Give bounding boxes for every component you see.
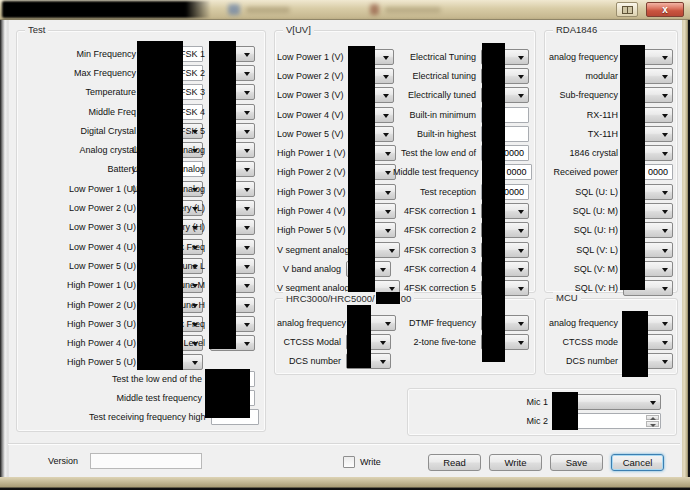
group-mcu: MCU analog frequency CTCSS mode DCS numb… <box>544 298 678 375</box>
field-row: Electrical Tuning <box>393 47 529 66</box>
chevron-down-icon <box>383 94 389 98</box>
chevron-down-icon <box>244 342 250 346</box>
redaction-box <box>347 305 371 368</box>
chevron-down-icon <box>244 246 250 250</box>
chevron-down-icon <box>662 210 668 214</box>
chevron-down-icon <box>244 72 250 76</box>
chevron-down-icon <box>244 149 250 153</box>
field-row: 2-tone five-tone <box>393 332 529 351</box>
field-row: 4FSK correction 3 <box>393 240 529 259</box>
field-row: Middle test frequency 0000 <box>393 163 529 182</box>
chevron-down-icon <box>650 401 656 405</box>
field-label: 4FSK correction 3 <box>393 245 481 255</box>
field-label: Received power <box>547 167 623 177</box>
chevron-down-icon <box>383 133 389 137</box>
field-row: SQL (V: M) <box>547 259 673 278</box>
field-label: 4FSK correction 2 <box>393 225 481 235</box>
write-checkbox[interactable] <box>343 456 355 468</box>
field-row: Electrical tuning <box>393 66 529 85</box>
field-row: Sub-frequency <box>547 86 673 105</box>
chevron-down-icon <box>662 268 668 272</box>
field-label: Electrical tuning <box>393 71 481 81</box>
field-label: DCS number <box>277 356 346 366</box>
field-label: Low Power 4 (V) <box>277 110 349 120</box>
version-input[interactable] <box>90 453 202 469</box>
chevron-down-icon <box>518 94 524 98</box>
chevron-down-icon <box>244 130 250 134</box>
field-row: analog frequency <box>277 313 391 332</box>
field-label: V band analog <box>277 264 346 274</box>
chevron-down-icon <box>662 191 668 195</box>
chevron-down-icon <box>385 229 391 233</box>
group-vuv-title: V[UV] <box>283 24 314 36</box>
field-label: RX-11H <box>547 110 623 120</box>
dialog-button[interactable]: Save <box>550 454 603 471</box>
group-rda1846-title: RDA1846 <box>553 24 600 36</box>
dialog-button[interactable]: Read <box>428 454 481 471</box>
redaction-box <box>205 369 250 418</box>
group-hrc-title-left: HRC3000/HRC5000/ <box>286 293 375 304</box>
chevron-down-icon <box>385 152 391 156</box>
field-label: SQL (U: M) <box>547 206 623 216</box>
dialog-buttons: Read Write Save Cancel <box>428 454 664 471</box>
field-row: SQL (V: L) <box>547 240 673 259</box>
field-row: DCS number <box>277 352 391 371</box>
redaction-box <box>209 41 236 349</box>
chevron-down-icon <box>244 207 250 211</box>
dialog-button[interactable]: Write <box>489 454 542 471</box>
chevron-down-icon <box>662 360 668 364</box>
field-label: 2-tone five-tone <box>393 337 481 347</box>
chevron-down-icon <box>244 265 250 269</box>
chevron-down-icon <box>244 226 250 230</box>
field-label: analog frequency <box>277 318 351 328</box>
field-row: Built-in highest <box>393 124 529 143</box>
spinner-buttons[interactable] <box>646 415 659 427</box>
field-label: High Power 5 (U) <box>21 357 141 367</box>
chevron-down-icon <box>244 323 250 327</box>
field-label: Mic 2 <box>506 416 553 426</box>
chevron-down-icon <box>662 287 668 291</box>
field-label: High Power 3 (V) <box>277 187 351 197</box>
field-row: modular <box>547 66 673 85</box>
field-label: CTCSS mode <box>547 337 623 347</box>
field-row: analog frequency <box>547 47 673 66</box>
field-row: TX-11H <box>547 124 673 143</box>
chevron-down-icon <box>385 210 391 214</box>
chevron-down-icon <box>385 171 391 175</box>
field-row: DTMF frequency <box>393 313 529 332</box>
field-row: 1846 crystal <box>547 143 673 162</box>
group-test-title: Test <box>25 24 48 36</box>
mcu-column: analog frequency CTCSS mode DCS number <box>547 313 673 371</box>
dialog-button[interactable]: Cancel <box>611 454 664 471</box>
field-label: Middle test frequency <box>89 393 207 403</box>
field-row: Received power 0000 <box>547 163 673 182</box>
field-row: 4FSK correction 4 <box>393 259 529 278</box>
footer-divider <box>8 443 680 444</box>
field-label: V segment analog <box>277 245 355 255</box>
redaction-box <box>137 41 183 370</box>
field-label: analog frequency <box>547 52 623 62</box>
group-rda1846: RDA1846 analog frequency modular Sub-fre… <box>544 30 678 293</box>
field-label: High Power 5 (V) <box>277 225 351 235</box>
field-row: Electrically tuned <box>393 86 529 105</box>
chevron-down-icon <box>518 210 524 214</box>
dialog-window: x Test Min Frequency Max Frequency <box>0 0 690 490</box>
field-row: 4FSK correction 2 <box>393 221 529 240</box>
chevron-down-icon <box>518 287 524 291</box>
field-label: Built-in minimum <box>393 110 481 120</box>
redaction-box <box>348 46 375 292</box>
field-label: SQL (V: M) <box>547 264 623 274</box>
redaction-box <box>552 392 578 430</box>
field-row: CTCSS Modal <box>277 332 391 351</box>
chevron-down-icon <box>518 341 524 345</box>
chevron-down-icon <box>662 56 668 60</box>
field-label: Low Power 1 (V) <box>277 52 349 62</box>
field-label: Middle test frequency <box>393 167 484 177</box>
chevron-down-icon <box>518 56 524 60</box>
chevron-down-icon <box>383 114 389 118</box>
chevron-down-icon <box>383 56 389 60</box>
chevron-down-icon <box>244 111 250 115</box>
field-label: High Power 1 (V) <box>277 148 351 158</box>
chevron-down-icon <box>518 75 524 79</box>
redaction-box <box>2 1 211 18</box>
